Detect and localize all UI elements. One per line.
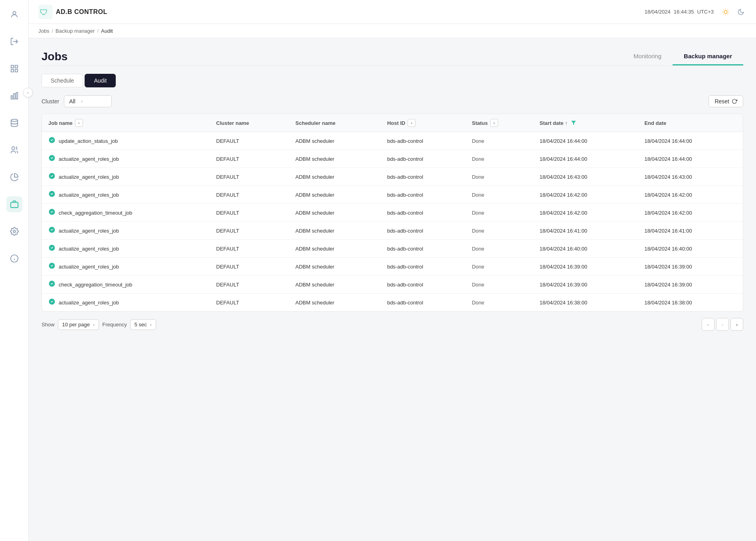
frequency-select[interactable]: 5 sec ›	[130, 319, 156, 330]
start-date-filter-icon[interactable]	[570, 119, 577, 126]
cell-job-name-5: actualize_agent_roles_job	[42, 222, 210, 240]
cell-end-date-2: 18/04/2024 16:43:00	[638, 168, 743, 186]
cell-job-name-9: actualize_agent_roles_job	[42, 294, 210, 312]
cell-scheduler-8: ADBM scheduler	[289, 276, 381, 294]
svg-rect-2	[15, 65, 17, 68]
table-row: update_action_status_job DEFAULT ADBM sc…	[42, 132, 743, 150]
breadcrumb: Jobs / Backup manager / Audit	[29, 24, 756, 38]
cell-host-id-4: bds-adb-control	[381, 204, 465, 222]
collapse-sidebar-button[interactable]: ›	[29, 88, 33, 97]
cell-start-date-8: 18/04/2024 16:39:00	[533, 276, 638, 294]
cell-job-name-0: update_action_status_job	[42, 132, 210, 150]
reset-icon	[732, 99, 737, 104]
jobs-table: Job name › Cluster name Scheduler name H…	[42, 114, 743, 312]
svg-line-25	[728, 10, 728, 10]
sidebar-item-database[interactable]	[6, 115, 22, 131]
moon-icon[interactable]	[735, 6, 746, 18]
host-id-filter-btn[interactable]: ›	[408, 119, 416, 127]
cell-scheduler-7: ADBM scheduler	[289, 258, 381, 276]
date-display: 18/04/2024	[645, 9, 671, 15]
job-name-filter-btn[interactable]: ›	[75, 119, 83, 127]
page-title: Jobs	[42, 50, 67, 63]
cell-end-date-1: 18/04/2024 16:44:00	[638, 150, 743, 168]
svg-marker-26	[571, 121, 576, 125]
sidebar-item-logout[interactable]	[6, 34, 22, 49]
table-row: actualize_agent_roles_job DEFAULT ADBM s…	[42, 240, 743, 258]
sidebar-item-settings[interactable]	[6, 223, 22, 239]
done-icon-6	[48, 244, 55, 253]
content-area: › Jobs Monitoring Backup manager Schedul…	[29, 38, 756, 541]
sub-tabs: Schedule Audit	[42, 74, 743, 87]
cell-cluster-8: DEFAULT	[210, 276, 289, 294]
breadcrumb-sep-2: /	[97, 28, 99, 34]
cell-host-id-1: bds-adb-control	[381, 150, 465, 168]
cluster-select-arrow: ›	[81, 99, 83, 104]
cell-cluster-6: DEFAULT	[210, 240, 289, 258]
logo-text: AD.B CONTROL	[56, 8, 107, 16]
filter-left: Cluster All ›	[42, 95, 112, 107]
cell-job-name-8: check_aggregation_timeout_job	[42, 276, 210, 294]
cell-scheduler-2: ADBM scheduler	[289, 168, 381, 186]
cluster-label: Cluster	[42, 98, 59, 105]
svg-rect-10	[10, 202, 18, 207]
pagination-bar: Show 10 per page › Frequency 5 sec › « ‹…	[42, 312, 743, 332]
breadcrumb-jobs[interactable]: Jobs	[38, 28, 49, 34]
page-tabs: Monitoring Backup manager	[622, 48, 743, 65]
cell-end-date-7: 18/04/2024 16:39:00	[638, 258, 743, 276]
per-page-select[interactable]: 10 per page ›	[58, 319, 99, 330]
topbar-right: 18/04/2024 16:44:35 UTC+3	[645, 6, 746, 18]
cell-start-date-6: 18/04/2024 16:40:00	[533, 240, 638, 258]
frequency-arrow: ›	[150, 322, 152, 328]
tab-backup-manager[interactable]: Backup manager	[673, 48, 743, 65]
sidebar-item-user[interactable]	[6, 6, 22, 22]
svg-line-20	[723, 10, 724, 10]
reset-button[interactable]: Reset	[709, 95, 743, 107]
done-icon-1	[48, 154, 55, 163]
cell-scheduler-6: ADBM scheduler	[289, 240, 381, 258]
show-label: Show	[42, 322, 55, 328]
done-icon-3	[48, 190, 55, 199]
frequency-label: Frequency	[102, 322, 127, 328]
sidebar-item-analytics[interactable]	[6, 169, 22, 185]
prev-page-button[interactable]: ‹	[716, 318, 729, 331]
tab-schedule[interactable]: Schedule	[42, 74, 83, 87]
pagination-left: Show 10 per page › Frequency 5 sec ›	[42, 319, 156, 330]
sidebar-item-dashboard[interactable]	[6, 61, 22, 77]
sidebar-item-charts[interactable]	[6, 88, 22, 104]
cell-scheduler-4: ADBM scheduler	[289, 204, 381, 222]
pagination-right: « ‹ ›	[702, 318, 743, 331]
cell-host-id-3: bds-adb-control	[381, 186, 465, 204]
cell-status-9: Done	[465, 294, 533, 312]
done-icon-0	[48, 136, 55, 145]
cell-scheduler-5: ADBM scheduler	[289, 222, 381, 240]
cell-start-date-5: 18/04/2024 16:41:00	[533, 222, 638, 240]
svg-point-9	[12, 147, 14, 150]
col-job-name: Job name ›	[42, 114, 210, 132]
tab-audit[interactable]: Audit	[85, 74, 116, 87]
first-page-button[interactable]: «	[702, 318, 714, 331]
sidebar-item-info[interactable]	[6, 251, 22, 267]
table-row: check_aggregation_timeout_job DEFAULT AD…	[42, 276, 743, 294]
cluster-select[interactable]: All ›	[64, 95, 112, 107]
cell-job-name-2: actualize_agent_roles_job	[42, 168, 210, 186]
svg-line-21	[728, 14, 728, 14]
sidebar-item-users[interactable]	[6, 142, 22, 158]
cell-status-5: Done	[465, 222, 533, 240]
sun-icon[interactable]	[720, 6, 731, 18]
topbar: 🛡 AD.B CONTROL 18/04/2024 16:44:35 UTC+3	[29, 0, 756, 24]
col-start-date: Start date ↑	[533, 114, 638, 132]
next-page-button[interactable]: ›	[730, 318, 743, 331]
topbar-icons	[720, 6, 746, 18]
svg-point-0	[13, 12, 16, 14]
breadcrumb-backup-manager[interactable]: Backup manager	[55, 28, 95, 34]
cell-end-date-5: 18/04/2024 16:41:00	[638, 222, 743, 240]
cell-host-id-7: bds-adb-control	[381, 258, 465, 276]
sidebar-item-jobs[interactable]	[6, 196, 22, 212]
cell-host-id-0: bds-adb-control	[381, 132, 465, 150]
tab-monitoring[interactable]: Monitoring	[622, 48, 673, 65]
status-filter-btn[interactable]: ›	[490, 119, 498, 127]
table-row: actualize_agent_roles_job DEFAULT ADBM s…	[42, 168, 743, 186]
cell-start-date-7: 18/04/2024 16:39:00	[533, 258, 638, 276]
cell-scheduler-1: ADBM scheduler	[289, 150, 381, 168]
table-row: actualize_agent_roles_job DEFAULT ADBM s…	[42, 294, 743, 312]
